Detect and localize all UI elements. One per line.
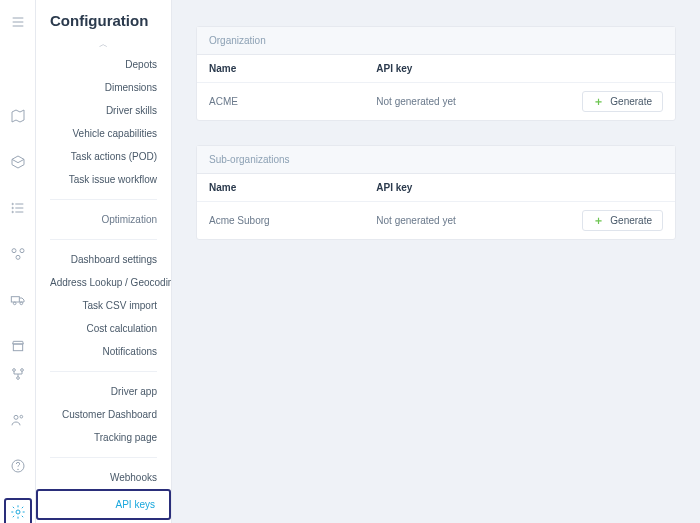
svg-point-24 [16, 510, 20, 514]
users-icon[interactable] [4, 406, 32, 434]
collapse-toggle-up[interactable]: ︿ [36, 35, 171, 53]
svg-point-17 [12, 369, 15, 372]
svg-rect-16 [13, 344, 22, 351]
svg-point-8 [12, 207, 13, 208]
sidebar-item-cost-calculation[interactable]: Cost calculation [50, 317, 157, 340]
sidebar-item-vehicle-capabilities[interactable]: Vehicle capabilities [50, 122, 157, 145]
svg-point-10 [12, 249, 16, 253]
col-header-name: Name [197, 55, 364, 83]
col-header-name: Name [197, 174, 364, 202]
sidebar-item-address-lookup[interactable]: Address Lookup / Geocoding [50, 271, 157, 294]
sidebar-item-driver-app[interactable]: Driver app [50, 380, 157, 403]
generate-button[interactable]: ＋ Generate [582, 210, 663, 231]
panel-suborganizations: Sub-organizations Name API key Acme Subo… [196, 145, 676, 240]
map-icon[interactable] [4, 102, 32, 130]
svg-point-20 [14, 415, 18, 419]
plus-icon: ＋ [593, 96, 604, 107]
suborganizations-table: Name API key Acme Suborg Not generated y… [197, 174, 675, 239]
list-icon[interactable] [4, 194, 32, 222]
svg-point-18 [20, 369, 23, 372]
cluster-icon[interactable] [4, 240, 32, 268]
divider [50, 457, 157, 458]
col-header-api-key: API key [364, 174, 531, 202]
sidebar-item-tracking-page[interactable]: Tracking page [50, 426, 157, 449]
main-content: Organization Name API key ACME Not gener… [172, 0, 700, 523]
svg-point-12 [16, 255, 20, 259]
svg-point-15 [20, 302, 23, 305]
cell-suborg-key: Not generated yet [364, 202, 531, 240]
sidebar-item-webhooks[interactable]: Webhooks [50, 466, 157, 489]
generate-button-label: Generate [610, 96, 652, 107]
sidebar-item-driver-skills[interactable]: Driver skills [50, 99, 157, 122]
plus-icon: ＋ [593, 215, 604, 226]
sidebar-item-customer-dashboard[interactable]: Customer Dashboard [50, 403, 157, 426]
svg-point-9 [12, 211, 13, 212]
package-icon[interactable] [4, 148, 32, 176]
sidebar-item-depots[interactable]: Depots [50, 53, 157, 76]
organization-table: Name API key ACME Not generated yet ＋ Ge… [197, 55, 675, 120]
divider [50, 371, 157, 372]
cell-suborg-name: Acme Suborg [197, 202, 364, 240]
panel-header-organization: Organization [197, 27, 675, 55]
generate-button-label: Generate [610, 215, 652, 226]
svg-point-23 [17, 469, 18, 470]
sidebar-item-task-actions[interactable]: Task actions (POD) [50, 145, 157, 168]
app-icon-rail: v1.3.462 RB0711x8 [0, 0, 36, 523]
svg-point-14 [13, 302, 16, 305]
col-header-api-key: API key [364, 55, 531, 83]
svg-marker-3 [12, 110, 24, 122]
sidebar-item-dashboard-settings[interactable]: Dashboard settings [50, 248, 157, 271]
help-icon[interactable] [4, 452, 32, 480]
cell-org-key: Not generated yet [364, 83, 531, 121]
table-row: Acme Suborg Not generated yet ＋ Generate [197, 202, 675, 240]
gear-icon[interactable] [4, 498, 32, 523]
cell-org-name: ACME [197, 83, 364, 121]
menu-icon[interactable] [4, 8, 32, 36]
truck-icon[interactable] [4, 286, 32, 314]
panel-header-suborganizations: Sub-organizations [197, 146, 675, 174]
divider [50, 199, 157, 200]
sidebar-item-notifications[interactable]: Notifications [50, 340, 157, 363]
divider [50, 239, 157, 240]
svg-point-19 [16, 377, 19, 380]
config-sidebar: Configuration ︿ Depots Dimensions Driver… [36, 0, 172, 523]
sidebar-group-optimization[interactable]: Optimization [50, 208, 157, 231]
storefront-icon[interactable] [4, 332, 32, 360]
panel-organization: Organization Name API key ACME Not gener… [196, 26, 676, 121]
svg-point-7 [12, 203, 13, 204]
sidebar-item-api-keys[interactable]: API keys [36, 489, 171, 520]
sidebar-item-dimensions[interactable]: Dimensions [50, 76, 157, 99]
page-title: Configuration [36, 0, 171, 35]
svg-rect-13 [11, 297, 19, 302]
svg-point-11 [20, 249, 24, 253]
table-row: ACME Not generated yet ＋ Generate [197, 83, 675, 121]
sidebar-item-task-issue-workflow[interactable]: Task issue workflow [50, 168, 157, 191]
sidebar-item-task-csv-import[interactable]: Task CSV import [50, 294, 157, 317]
svg-point-21 [20, 415, 23, 418]
generate-button[interactable]: ＋ Generate [582, 91, 663, 112]
workflow-icon[interactable] [4, 360, 32, 388]
